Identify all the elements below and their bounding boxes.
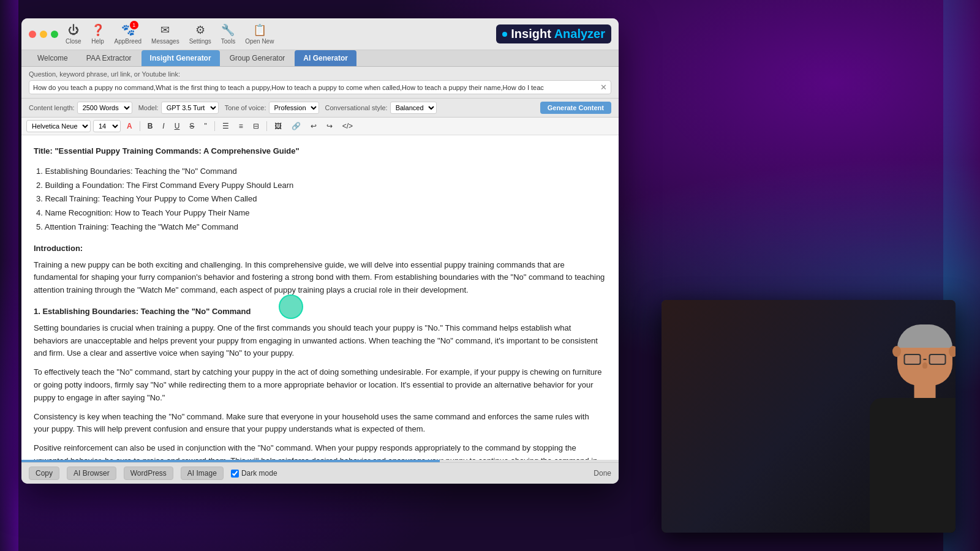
content-title: Title: "Essential Puppy Training Command… — [34, 145, 606, 158]
tone-select[interactable]: Profession — [269, 102, 319, 114]
tool-settings[interactable]: ⚙ Settings — [189, 23, 211, 45]
right-ear — [949, 346, 956, 357]
intro-paragraph: Training a new puppy can be both excitin… — [34, 259, 606, 297]
section1-para4: Positive reinforcement can also be used … — [34, 442, 606, 460]
power-icon: ⏻ — [68, 24, 79, 37]
appbreed-badge: 1 — [130, 21, 138, 29]
tab-welcome[interactable]: Welcome — [29, 50, 77, 66]
font-size-select[interactable]: 14 — [93, 120, 121, 132]
ai-browser-button[interactable]: AI Browser — [67, 467, 116, 480]
content-length-label: Content length: — [29, 104, 75, 111]
content-outline: 1. Establishing Boundaries: Teaching the… — [34, 165, 606, 234]
input-label: Question, keyword phrase, url link, or Y… — [29, 70, 611, 78]
bottom-bar: Copy AI Browser WordPress AI Image Dark … — [21, 462, 619, 484]
bold-button[interactable]: B — [144, 120, 157, 132]
logo-analyzer: Analyzer — [554, 27, 605, 40]
bullet-list-button[interactable]: ☰ — [219, 120, 233, 132]
blockquote-button[interactable]: " — [200, 120, 210, 132]
tab-insight[interactable]: Insight Generator — [141, 50, 220, 66]
right-lens — [929, 354, 946, 365]
intro-heading: Introduction: — [34, 242, 606, 255]
font-family-select[interactable]: Helvetica Neue — [26, 120, 91, 132]
person-head — [897, 324, 952, 386]
webcam-overlay — [662, 300, 956, 533]
maximize-traffic-light[interactable] — [51, 31, 58, 38]
tool-messages-label: Messages — [151, 38, 179, 45]
tool-close-label: Close — [66, 38, 81, 45]
tool-close[interactable]: ⏻ Close — [66, 24, 81, 45]
tool-help[interactable]: ❓ Help — [91, 23, 105, 45]
tools-icon: 🔧 — [221, 23, 235, 37]
app-logo: Insight Analyzer — [496, 24, 611, 43]
undo-button[interactable]: ↩ — [307, 120, 320, 132]
content-area: Title: "Essential Puppy Training Command… — [21, 135, 619, 460]
left-ear — [892, 346, 901, 357]
tool-tools[interactable]: 🔧 Tools — [221, 23, 235, 45]
logo-text: Insight Analyzer — [511, 27, 605, 41]
messages-icon: ✉ — [160, 23, 170, 37]
section1-para1: Setting boundaries is crucial when train… — [34, 322, 606, 360]
redo-button[interactable]: ↪ — [323, 120, 336, 132]
model-label: Model: — [138, 104, 159, 111]
dark-mode-checkbox[interactable] — [231, 470, 239, 478]
glasses-bridge — [924, 359, 927, 360]
tool-open-new[interactable]: 📋 Open New — [245, 23, 274, 45]
dark-mode-label[interactable]: Dark mode — [231, 469, 277, 478]
font-color-button[interactable]: A — [123, 120, 136, 132]
tool-tools-label: Tools — [221, 38, 235, 45]
model-select[interactable]: GPT 3.5 Turt — [161, 102, 219, 114]
ai-image-button[interactable]: AI Image — [181, 467, 224, 480]
style-label: Conversational style: — [325, 104, 388, 111]
traffic-lights — [29, 31, 58, 38]
numbered-list-button[interactable]: ≡ — [235, 120, 247, 132]
wordpress-button[interactable]: WordPress — [124, 467, 173, 480]
toolbar-separator-1 — [140, 121, 140, 131]
dark-mode-text: Dark mode — [241, 469, 277, 478]
outline-item-4: 4. Name Recognition: How to Teach Your P… — [36, 207, 606, 220]
section1-heading: 1. Establishing Boundaries: Teaching the… — [34, 305, 606, 318]
tool-messages[interactable]: ✉ Messages — [151, 23, 179, 45]
input-row: Question, keyword phrase, url link, or Y… — [21, 67, 619, 99]
tab-group[interactable]: Group Generator — [221, 50, 294, 66]
content-length-select[interactable]: 2500 Words — [77, 102, 132, 114]
outline-item-1: 1. Establishing Boundaries: Teaching the… — [36, 165, 606, 178]
tab-paa[interactable]: PAA Extractor — [78, 50, 140, 66]
question-input[interactable] — [33, 84, 598, 91]
nose — [922, 362, 927, 369]
section1-para3: Consistency is key when teaching the "No… — [34, 411, 606, 437]
outline-item-5: 5. Attention Training: Teaching the "Wat… — [36, 221, 606, 234]
app-window: ⏻ Close ❓ Help 🐾 1 AppBreed ✉ Messages ⚙ — [21, 18, 619, 484]
tone-label: Tone of voice: — [225, 104, 266, 111]
tone-group: Tone of voice: Profession — [225, 102, 319, 114]
content-length-group: Content length: 2500 Words — [29, 102, 132, 114]
minimize-traffic-light[interactable] — [40, 31, 47, 38]
italic-button[interactable]: I — [159, 120, 168, 132]
open-new-icon: 📋 — [253, 23, 266, 37]
code-button[interactable]: </> — [339, 120, 356, 132]
input-clear-icon[interactable]: ✕ — [600, 83, 607, 92]
settings-icon: ⚙ — [195, 23, 205, 37]
outline-item-2: 2. Building a Foundation: The First Comm… — [36, 179, 606, 192]
logo-dot — [502, 32, 507, 37]
style-group: Conversational style: Balanced — [325, 102, 437, 114]
tool-appbreed[interactable]: 🐾 1 AppBreed — [115, 23, 141, 45]
copy-button[interactable]: Copy — [29, 467, 59, 480]
toolbar-icons: ⏻ Close ❓ Help 🐾 1 AppBreed ✉ Messages ⚙ — [66, 23, 489, 45]
image-button[interactable]: 🖼 — [271, 120, 285, 132]
person-body — [870, 398, 956, 533]
tool-help-label: Help — [91, 38, 104, 45]
close-traffic-light[interactable] — [29, 31, 36, 38]
input-container: ✕ — [29, 80, 611, 94]
tool-settings-label: Settings — [189, 38, 211, 45]
strikethrough-button[interactable]: S — [186, 120, 198, 132]
link-button[interactable]: 🔗 — [288, 120, 304, 132]
logo-insight: Insight — [511, 27, 551, 40]
underline-button[interactable]: U — [171, 120, 184, 132]
toolbar-separator-3 — [266, 121, 267, 131]
align-button[interactable]: ⊟ — [249, 120, 263, 132]
appbreed-badge-container: 🐾 1 — [121, 23, 135, 37]
generate-content-button[interactable]: Generate Content — [540, 102, 611, 114]
model-group: Model: GPT 3.5 Turt — [138, 102, 219, 114]
style-select[interactable]: Balanced — [390, 102, 437, 114]
tab-ai[interactable]: AI Generator — [295, 50, 356, 66]
